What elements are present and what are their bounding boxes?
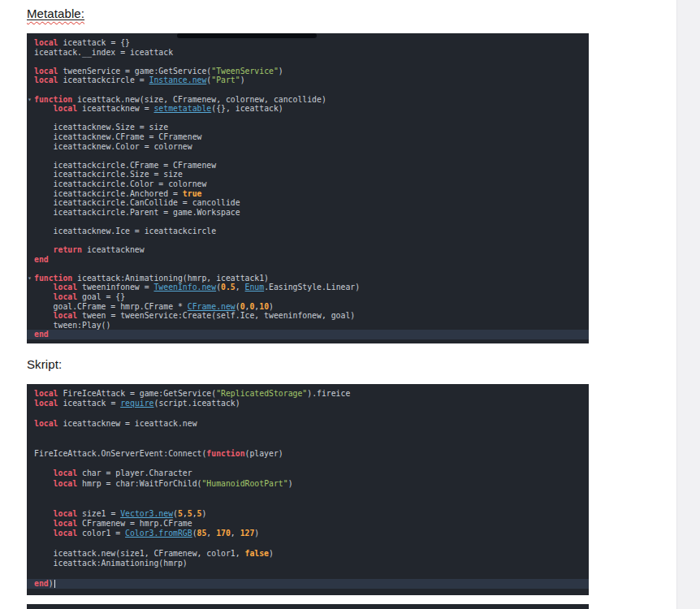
code-line: local char = player.Character [27,469,589,478]
code-token [34,469,54,477]
code-token: size1 = [77,509,120,518]
code-token: ) [269,302,274,311]
code-token [34,479,54,488]
code-token: "Part" [211,76,240,84]
fold-chevron-icon[interactable]: ▾ [28,274,32,283]
code-token [34,311,54,320]
code-token: goal = {} [77,292,125,301]
code-token [34,292,54,301]
code-token: local [34,38,58,47]
code-line: local iceattackcircle = Instance.new("Pa… [27,76,589,85]
code-line: local size1 = Vector3.new(5,5,5) [27,509,589,519]
document-page: Metatable: local iceattack = {}iceattack… [0,0,700,609]
code-token: local [34,76,58,84]
code-token: , [231,529,240,538]
next-code-block-partial [27,604,589,609]
code-line: iceattackcircle.Parent = game.Workspace [27,208,589,218]
code-token: ) [269,549,274,558]
code-token: iceattack = [58,399,121,408]
code-line: iceattacknew.CFrame = CFramenew [27,132,589,142]
code-token: local [54,469,78,477]
code-token: 127 [240,529,255,538]
code-token: local [54,529,78,538]
code-token: false [245,549,270,558]
page-right-gutter [676,0,700,609]
code-token: FireIceAttack = game:GetService( [58,389,217,398]
fold-chevron-icon[interactable]: ▾ [28,95,32,105]
code-line: local FireIceAttack = game:GetService("R… [27,389,589,399]
code-line [27,264,589,274]
code-token: iceattacknew.Color = colornew [34,142,192,151]
code-token: iceattack = {} [58,38,130,47]
code-token: iceattack:Animationing(hmrp, iceattack1) [72,274,269,283]
code-line [27,499,589,508]
code-token: end [34,579,49,588]
code-token: iceattacknew = [77,104,153,113]
code-line: goal.CFrame = hmrp.CFrame * CFrame.new(0… [27,302,589,312]
heading-metatable: Metatable: [27,6,84,20]
code-line: iceattack:Animationing(hmrp) [27,559,589,568]
code-line [27,438,589,448]
code-token: goal.CFrame = hmrp.CFrame * [34,302,188,311]
code-token: iceattack:Animationing(hmrp) [34,559,188,568]
code-line: local CFramenew = hmrp.CFrame [27,519,589,529]
code-line: end [27,330,589,339]
code-token: tween:Play() [34,321,110,330]
code-line: local iceattack = {} [27,38,589,48]
code-token: iceattackcircle.Anchored = [34,189,183,198]
code-line: end) [27,579,589,589]
code-token: ) [288,479,293,488]
code-token: "ReplicatedStorage" [216,389,307,398]
code-token: char = player.Character [77,469,192,477]
code-token [34,509,54,518]
code-token: FireIceAttack.OnServerEvent:Connect( [34,449,206,458]
code-token: ) [202,509,207,518]
code-token: iceattackcircle = [58,76,149,84]
code-line: iceattack.__index = iceattack [27,48,589,58]
code-token: CFrame.new [188,302,235,311]
code-token [34,283,54,292]
code-token: ) [279,67,283,76]
code-token: iceattackcircle.Parent = game.Workspace [34,208,240,217]
code-line: return iceattacknew [27,245,589,255]
code-line [27,459,589,469]
code-token: iceattackcircle.CFrame = CFramenew [34,161,216,170]
code-line: iceattackcircle.Anchored = true [27,189,589,199]
code-token: iceattacknew.CFrame = CFramenew [34,132,201,141]
code-line: iceattackcircle.CFrame = CFramenew [27,161,589,171]
code-token: 170 [216,529,231,538]
heading-skript-text: Skript: [27,357,62,371]
code-token: local [54,311,78,320]
code-line [27,85,589,95]
code-token: true [183,189,202,198]
code-line: ▾function iceattack:Animationing(hmrp, i… [27,274,589,283]
code-token: iceattack.new(size, CFramenew, colornew,… [72,95,326,104]
code-token: 0.5 [221,283,235,292]
code-token: hmrp = char:WaitForChild( [77,479,201,488]
code-line [27,568,589,578]
code-token: Color3.fromRGB [125,529,192,538]
code-line: local color1 = Color3.fromRGB(85, 170, 1… [27,529,589,538]
code-block-metatable: local iceattack = {}iceattack.__index = … [27,33,589,343]
code-line: local tweeninfonew = TweenInfo.new(0.5, … [27,283,589,292]
code-token [34,519,54,528]
code-token: function [206,449,244,458]
code-token: 85 [197,529,207,538]
code-token: local [54,104,78,113]
code-line [27,538,589,548]
code-line: iceattacknew.Color = colornew [27,142,589,152]
code-token: Instance.new [149,76,207,84]
code-token: ) [49,579,54,588]
code-line: local hmrp = char:WaitForChild("Humanoid… [27,479,589,489]
code-token: iceattacknew.Ice = iceattackcircle [34,227,216,235]
code-line [27,151,589,161]
code-line [27,589,589,595]
code-token: ({}, iceattack) [211,104,283,113]
code-token: local [54,509,78,518]
code-token: (script.iceattack) [153,399,240,408]
code-token: tweeninfonew = [77,283,153,292]
code-token: "TweenService" [211,67,279,76]
code-token [34,529,54,538]
code-token: require [120,399,153,408]
code-line [27,409,589,419]
